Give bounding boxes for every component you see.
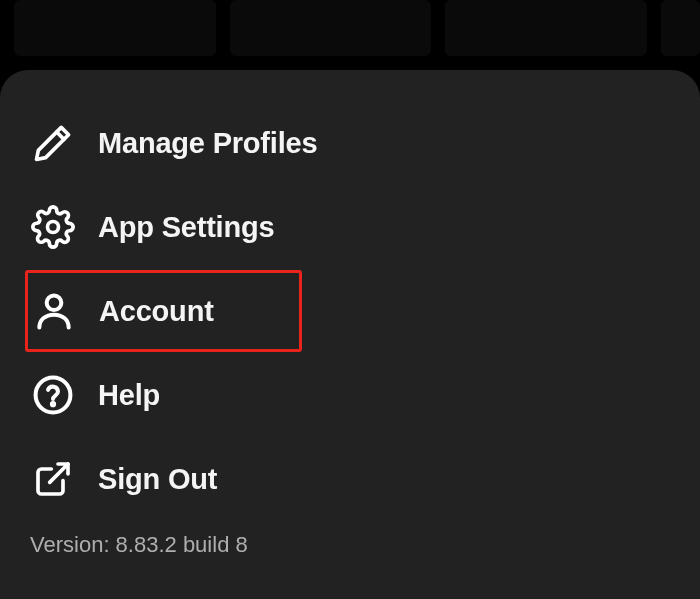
menu-item-label: Help xyxy=(98,379,160,412)
external-link-icon xyxy=(30,456,76,502)
menu-item-label: Manage Profiles xyxy=(98,127,317,160)
menu-item-label: Sign Out xyxy=(98,463,217,496)
content-thumbnail[interactable] xyxy=(445,0,647,56)
gear-icon xyxy=(30,204,76,250)
menu-item-sign-out[interactable]: Sign Out xyxy=(0,438,700,520)
menu-item-help[interactable]: Help xyxy=(0,354,700,436)
menu-item-account[interactable]: Account xyxy=(25,270,302,352)
person-icon xyxy=(31,288,77,334)
pencil-icon xyxy=(30,120,76,166)
svg-line-5 xyxy=(50,464,68,482)
menu-item-label: App Settings xyxy=(98,211,274,244)
svg-point-4 xyxy=(52,403,54,405)
content-thumbnail[interactable] xyxy=(661,0,700,56)
content-thumbnail[interactable] xyxy=(230,0,432,56)
svg-line-0 xyxy=(57,132,64,139)
content-thumbnail[interactable] xyxy=(14,0,216,56)
question-icon xyxy=(30,372,76,418)
more-menu-sheet: Manage Profiles App Settings Account xyxy=(0,70,700,599)
menu-item-manage-profiles[interactable]: Manage Profiles xyxy=(0,102,700,184)
menu-item-label: Account xyxy=(99,295,214,328)
version-text: Version: 8.83.2 build 8 xyxy=(0,532,700,558)
menu-item-app-settings[interactable]: App Settings xyxy=(0,186,700,268)
svg-point-2 xyxy=(47,295,62,310)
svg-point-1 xyxy=(48,222,59,233)
content-thumbnails-row xyxy=(0,0,700,75)
